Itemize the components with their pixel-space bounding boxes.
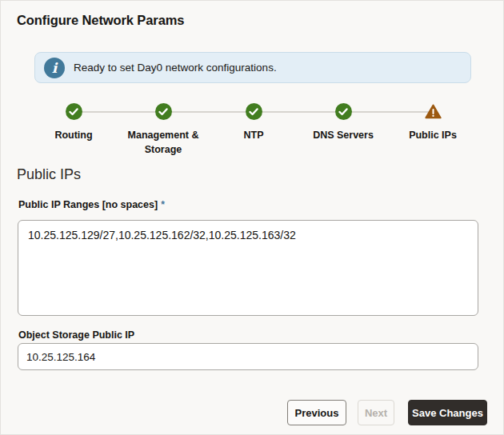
check-circle-icon	[246, 103, 262, 120]
info-icon: i	[44, 58, 65, 78]
step-management-storage[interactable]: Management & Storage	[118, 103, 208, 157]
next-button[interactable]: Next	[358, 400, 394, 425]
public-ip-ranges-textarea[interactable]: 10.25.125.129/27,10.25.125.162/32,10.25.…	[18, 220, 478, 316]
step-ntp[interactable]: NTP	[209, 103, 298, 142]
public-ip-ranges-label: Public IP Ranges [no spaces]*	[18, 199, 165, 210]
info-banner: i Ready to set Day0 network configuratio…	[34, 52, 471, 83]
save-changes-button[interactable]: Save Changes	[408, 400, 487, 425]
info-banner-message: Ready to set Day0 network configurations…	[74, 62, 277, 74]
step-dns-servers[interactable]: DNS Servers	[298, 103, 388, 142]
public-ip-ranges-label-text: Public IP Ranges [no spaces]	[18, 199, 158, 210]
check-circle-icon	[155, 103, 172, 120]
page-title: Configure Network Params	[17, 13, 184, 28]
object-storage-ip-label: Object Storage Public IP	[18, 329, 134, 341]
object-storage-ip-input[interactable]	[18, 343, 478, 370]
step-label: NTP	[209, 128, 298, 142]
step-public-ips[interactable]: Public IPs	[388, 103, 478, 142]
step-label: Public IPs	[388, 128, 478, 142]
section-heading: Public IPs	[17, 166, 81, 183]
warning-triangle-icon	[425, 103, 442, 120]
required-asterisk: *	[161, 199, 165, 210]
stepper: Routing Management & Storage NTP DNS Ser…	[1, 103, 504, 161]
step-label: Routing	[29, 128, 118, 142]
check-circle-icon	[66, 103, 82, 120]
previous-button[interactable]: Previous	[287, 400, 346, 425]
check-circle-icon	[335, 103, 352, 120]
step-routing[interactable]: Routing	[29, 103, 118, 142]
step-label: DNS Servers	[298, 128, 388, 142]
step-label: Management & Storage	[118, 128, 208, 157]
